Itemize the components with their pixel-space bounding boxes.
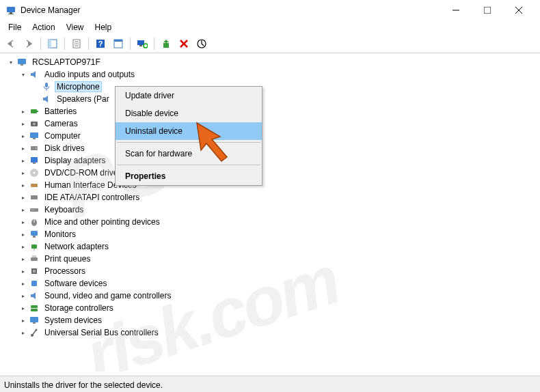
- scan-hardware-button[interactable]: [134, 36, 150, 51]
- chevron-right-icon[interactable]: ▸: [18, 278, 29, 289]
- show-hide-button[interactable]: [44, 36, 61, 51]
- tree-disk[interactable]: ▸ Disk drives: [5, 142, 540, 154]
- printer-icon: [29, 253, 40, 264]
- tree-label: Sound, video and game controllers: [42, 290, 173, 301]
- tree-label: Software devices: [42, 278, 109, 289]
- svg-rect-57: [31, 305, 38, 308]
- properties-button[interactable]: [68, 36, 85, 51]
- ctx-update-driver[interactable]: Update driver: [116, 87, 262, 104]
- tree-monitors[interactable]: ▸ Monitors: [5, 228, 540, 240]
- svg-point-31: [33, 123, 36, 126]
- update-driver-button[interactable]: [158, 36, 174, 51]
- tree-microphone[interactable]: Microphone: [5, 81, 540, 93]
- svg-rect-32: [30, 132, 38, 138]
- tree-audio[interactable]: ▾ Audio inputs and outputs: [5, 68, 540, 81]
- back-button[interactable]: [3, 36, 19, 51]
- chevron-right-icon[interactable]: ▸: [18, 253, 29, 264]
- tree-speakers[interactable]: Speakers (Par: [5, 93, 540, 105]
- svg-rect-50: [31, 244, 37, 249]
- menu-view[interactable]: View: [61, 21, 90, 33]
- tree-sound[interactable]: ▸ Sound, video and game controllers: [5, 290, 540, 302]
- svg-line-62: [32, 330, 36, 335]
- tree-computer[interactable]: ▸ Computer: [5, 130, 540, 142]
- svg-rect-4: [484, 7, 491, 14]
- microphone-icon: [41, 81, 52, 92]
- svg-rect-56: [31, 281, 37, 286]
- system-icon: [29, 315, 40, 326]
- svg-point-19: [144, 44, 148, 48]
- chevron-right-icon[interactable]: ▸: [18, 327, 29, 338]
- tree-label: Audio inputs and outputs: [42, 69, 137, 80]
- tree-cameras[interactable]: ▸ Cameras: [5, 117, 540, 130]
- close-button[interactable]: [503, 0, 535, 20]
- tree-root[interactable]: ▾ RCSLAPTOP971F: [5, 56, 540, 68]
- uninstall-button[interactable]: [176, 36, 192, 51]
- tree-label: Speakers (Par: [55, 94, 111, 104]
- chevron-right-icon[interactable]: ▸: [18, 315, 29, 326]
- tree-network[interactable]: ▸ Network adapters: [5, 240, 540, 253]
- svg-rect-37: [33, 163, 36, 164]
- svg-point-44: [33, 210, 33, 210]
- disable-button[interactable]: [193, 36, 210, 51]
- svg-point-45: [34, 210, 35, 210]
- view-button[interactable]: [110, 36, 126, 51]
- tree-label: Microphone: [55, 81, 102, 92]
- display-icon: [29, 155, 40, 166]
- help-button[interactable]: ?: [92, 36, 109, 51]
- tree-print[interactable]: ▸ Print queues: [5, 253, 540, 265]
- svg-rect-17: [137, 40, 144, 45]
- chevron-down-icon[interactable]: ▾: [18, 69, 29, 80]
- tree-keyboards[interactable]: ▸ Keyboards: [5, 204, 540, 216]
- svg-rect-36: [31, 157, 38, 163]
- chevron-right-icon[interactable]: ▸: [18, 143, 29, 154]
- speaker-icon: [41, 94, 52, 104]
- tree-dvd[interactable]: ▸ DVD/CD-ROM drives: [5, 167, 540, 179]
- chevron-right-icon[interactable]: ▸: [18, 118, 29, 129]
- chevron-right-icon[interactable]: ▸: [18, 290, 29, 301]
- tree-system[interactable]: ▸ System devices: [5, 314, 540, 326]
- chevron-right-icon[interactable]: ▸: [18, 204, 29, 215]
- svg-point-35: [36, 148, 37, 149]
- chevron-right-icon[interactable]: ▸: [18, 266, 29, 277]
- tree-processors[interactable]: ▸ Processors: [5, 265, 540, 277]
- tree-software[interactable]: ▸ Software devices: [5, 277, 540, 290]
- tree-label: Monitors: [42, 229, 78, 240]
- chevron-right-icon[interactable]: ▸: [18, 192, 29, 203]
- speaker-icon: [29, 69, 40, 80]
- maximize-button[interactable]: [472, 0, 503, 20]
- chevron-right-icon[interactable]: ▸: [18, 303, 29, 313]
- chevron-right-icon[interactable]: ▸: [18, 229, 29, 240]
- svg-point-39: [33, 172, 36, 174]
- toolbar: ?: [0, 34, 540, 53]
- software-icon: [29, 278, 40, 289]
- tree-label: Storage controllers: [42, 303, 116, 313]
- minimize-button[interactable]: [440, 0, 472, 20]
- tree-ide[interactable]: ▸ IDE ATA/ATAPI controllers: [5, 191, 540, 204]
- cpu-icon: [29, 266, 40, 277]
- tree-usb[interactable]: ▸ Universal Serial Bus controllers: [5, 326, 540, 339]
- tree-display[interactable]: ▸ Display adapters: [5, 154, 540, 167]
- svg-rect-28: [31, 109, 37, 113]
- forward-button[interactable]: [21, 36, 37, 51]
- svg-text:?: ?: [98, 40, 103, 48]
- tree-batteries[interactable]: ▸ Batteries: [5, 105, 540, 117]
- menu-action[interactable]: Action: [27, 21, 60, 33]
- menu-file[interactable]: File: [3, 21, 27, 33]
- tree-storage[interactable]: ▸ Storage controllers: [5, 302, 540, 314]
- tree-label: Display adapters: [42, 155, 107, 166]
- status-text: Uninstalls the driver for the selected d…: [4, 380, 163, 390]
- tree-label: Cameras: [42, 118, 80, 129]
- chevron-down-icon[interactable]: ▾: [5, 57, 16, 68]
- chevron-right-icon[interactable]: ▸: [18, 241, 29, 252]
- chevron-right-icon[interactable]: ▸: [18, 155, 29, 166]
- tree-hid[interactable]: ▸ Human Interface Devices: [5, 179, 540, 191]
- tree-mice[interactable]: ▸ Mice and other pointing devices: [5, 216, 540, 228]
- svg-rect-18: [139, 45, 142, 46]
- chevron-right-icon[interactable]: ▸: [18, 180, 29, 191]
- chevron-right-icon[interactable]: ▸: [18, 130, 29, 141]
- chevron-right-icon[interactable]: ▸: [18, 106, 29, 117]
- chevron-right-icon[interactable]: ▸: [18, 167, 29, 178]
- chevron-right-icon[interactable]: ▸: [18, 216, 29, 227]
- network-icon: [29, 241, 40, 252]
- menu-help[interactable]: Help: [90, 21, 118, 33]
